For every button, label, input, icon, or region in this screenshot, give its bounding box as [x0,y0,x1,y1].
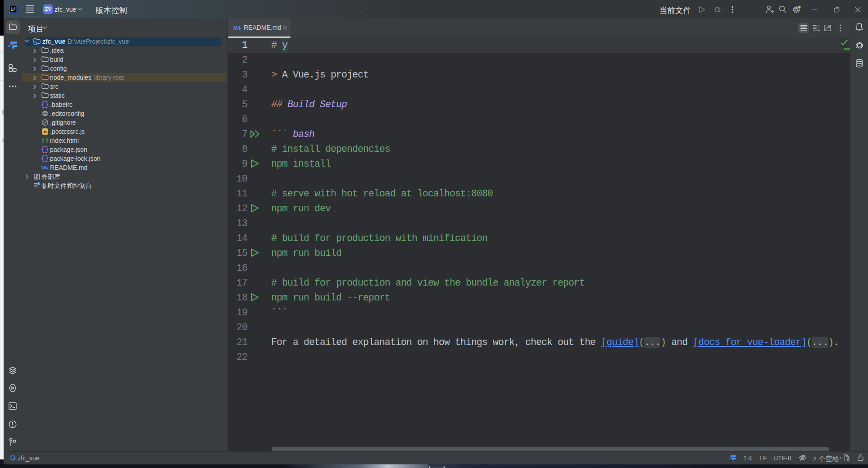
svg-text:M: M [233,25,238,31]
svg-text:IJ: IJ [10,6,15,11]
